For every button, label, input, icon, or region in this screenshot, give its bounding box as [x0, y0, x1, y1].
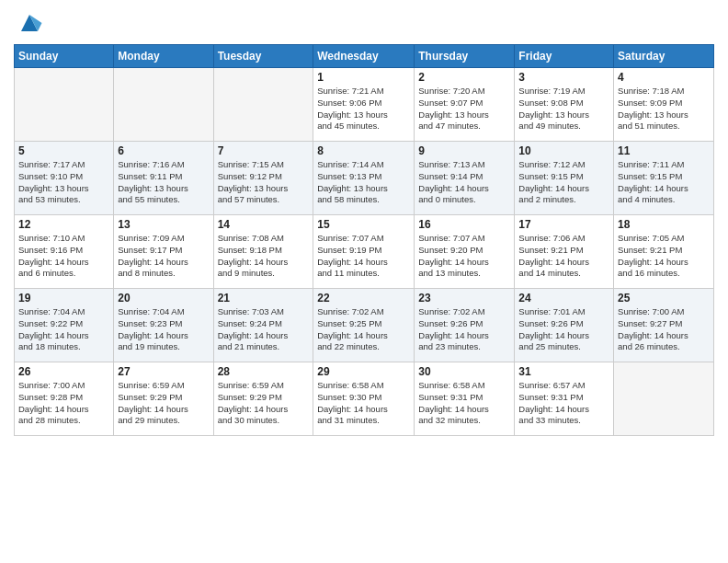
- day-number: 21: [218, 292, 310, 304]
- col-header-saturday: Saturday: [614, 45, 714, 68]
- day-info: Sunrise: 7:01 AM Sunset: 9:26 PM Dayligh…: [518, 306, 609, 353]
- calendar-cell: 23Sunrise: 7:02 AM Sunset: 9:26 PM Dayli…: [415, 289, 515, 362]
- day-number: 8: [317, 144, 410, 157]
- calendar-cell: 12Sunrise: 7:10 AM Sunset: 9:16 PM Dayli…: [15, 215, 114, 289]
- day-info: Sunrise: 7:10 AM Sunset: 9:16 PM Dayligh…: [18, 233, 109, 280]
- day-info: Sunrise: 6:59 AM Sunset: 9:29 PM Dayligh…: [118, 380, 209, 427]
- day-info: Sunrise: 7:02 AM Sunset: 9:25 PM Dayligh…: [317, 306, 410, 353]
- day-number: 7: [218, 144, 310, 157]
- calendar-cell: 19Sunrise: 7:04 AM Sunset: 9:22 PM Dayli…: [15, 289, 114, 362]
- col-header-tuesday: Tuesday: [213, 45, 313, 68]
- calendar-cell: 31Sunrise: 6:57 AM Sunset: 9:31 PM Dayli…: [515, 362, 614, 436]
- calendar-cell: [614, 362, 714, 436]
- calendar-header-row: SundayMondayTuesdayWednesdayThursdayFrid…: [15, 45, 714, 68]
- col-header-wednesday: Wednesday: [313, 45, 415, 68]
- calendar-cell: 17Sunrise: 7:06 AM Sunset: 9:21 PM Dayli…: [515, 215, 614, 289]
- day-info: Sunrise: 7:06 AM Sunset: 9:21 PM Dayligh…: [518, 233, 609, 280]
- col-header-thursday: Thursday: [415, 45, 515, 68]
- day-info: Sunrise: 7:05 AM Sunset: 9:21 PM Dayligh…: [618, 233, 710, 280]
- day-number: 23: [418, 292, 510, 304]
- day-info: Sunrise: 7:13 AM Sunset: 9:14 PM Dayligh…: [418, 159, 510, 206]
- calendar-cell: [213, 68, 313, 142]
- calendar-cell: 11Sunrise: 7:11 AM Sunset: 9:15 PM Dayli…: [614, 142, 714, 215]
- day-number: 10: [518, 144, 609, 157]
- day-info: Sunrise: 7:00 AM Sunset: 9:28 PM Dayligh…: [18, 380, 109, 427]
- logo-icon: [16, 9, 43, 37]
- calendar-cell: 10Sunrise: 7:12 AM Sunset: 9:15 PM Dayli…: [515, 142, 614, 215]
- day-number: 3: [518, 71, 609, 84]
- calendar-cell: 15Sunrise: 7:07 AM Sunset: 9:19 PM Dayli…: [313, 215, 415, 289]
- calendar-cell: 14Sunrise: 7:08 AM Sunset: 9:18 PM Dayli…: [213, 215, 313, 289]
- calendar-cell: 20Sunrise: 7:04 AM Sunset: 9:23 PM Dayli…: [114, 289, 213, 362]
- day-number: 29: [317, 365, 410, 378]
- day-info: Sunrise: 7:20 AM Sunset: 9:07 PM Dayligh…: [418, 86, 510, 132]
- day-number: 20: [118, 292, 209, 304]
- day-number: 28: [218, 365, 310, 378]
- day-number: 18: [618, 218, 710, 231]
- calendar-cell: 1Sunrise: 7:21 AM Sunset: 9:06 PM Daylig…: [313, 68, 415, 142]
- day-number: 6: [118, 144, 209, 157]
- calendar-cell: 27Sunrise: 6:59 AM Sunset: 9:29 PM Dayli…: [114, 362, 213, 436]
- calendar-cell: 6Sunrise: 7:16 AM Sunset: 9:11 PM Daylig…: [114, 142, 213, 215]
- day-number: 9: [418, 144, 510, 157]
- day-info: Sunrise: 7:14 AM Sunset: 9:13 PM Dayligh…: [317, 159, 410, 206]
- day-number: 4: [618, 71, 710, 84]
- day-number: 2: [418, 71, 510, 84]
- day-info: Sunrise: 7:09 AM Sunset: 9:17 PM Dayligh…: [118, 233, 209, 280]
- day-info: Sunrise: 7:18 AM Sunset: 9:09 PM Dayligh…: [618, 86, 710, 132]
- calendar-week-row: 19Sunrise: 7:04 AM Sunset: 9:22 PM Dayli…: [15, 289, 714, 362]
- day-number: 31: [518, 365, 609, 378]
- calendar-week-row: 5Sunrise: 7:17 AM Sunset: 9:10 PM Daylig…: [15, 142, 714, 215]
- day-number: 15: [317, 218, 410, 231]
- day-info: Sunrise: 6:58 AM Sunset: 9:31 PM Dayligh…: [418, 380, 510, 427]
- day-info: Sunrise: 7:16 AM Sunset: 9:11 PM Dayligh…: [118, 159, 209, 206]
- calendar-cell: [114, 68, 213, 142]
- calendar-table: SundayMondayTuesdayWednesdayThursdayFrid…: [14, 44, 714, 436]
- day-info: Sunrise: 7:04 AM Sunset: 9:22 PM Dayligh…: [18, 306, 109, 353]
- calendar-cell: 13Sunrise: 7:09 AM Sunset: 9:17 PM Dayli…: [114, 215, 213, 289]
- calendar-cell: 22Sunrise: 7:02 AM Sunset: 9:25 PM Dayli…: [313, 289, 415, 362]
- day-number: 13: [118, 218, 209, 231]
- day-number: 11: [618, 144, 710, 157]
- day-number: 24: [518, 292, 609, 304]
- day-info: Sunrise: 7:07 AM Sunset: 9:20 PM Dayligh…: [418, 233, 510, 280]
- day-number: 14: [218, 218, 310, 231]
- day-number: 12: [18, 218, 109, 231]
- day-info: Sunrise: 7:07 AM Sunset: 9:19 PM Dayligh…: [317, 233, 410, 280]
- day-info: Sunrise: 6:57 AM Sunset: 9:31 PM Dayligh…: [518, 380, 609, 427]
- calendar-cell: 16Sunrise: 7:07 AM Sunset: 9:20 PM Dayli…: [415, 215, 515, 289]
- calendar-cell: 26Sunrise: 7:00 AM Sunset: 9:28 PM Dayli…: [15, 362, 114, 436]
- calendar-week-row: 26Sunrise: 7:00 AM Sunset: 9:28 PM Dayli…: [15, 362, 714, 436]
- day-info: Sunrise: 7:03 AM Sunset: 9:24 PM Dayligh…: [218, 306, 310, 353]
- day-number: 5: [18, 144, 109, 157]
- calendar-cell: 29Sunrise: 6:58 AM Sunset: 9:30 PM Dayli…: [313, 362, 415, 436]
- calendar-cell: 3Sunrise: 7:19 AM Sunset: 9:08 PM Daylig…: [515, 68, 614, 142]
- day-info: Sunrise: 7:19 AM Sunset: 9:08 PM Dayligh…: [518, 86, 609, 132]
- day-number: 26: [18, 365, 109, 378]
- day-info: Sunrise: 7:00 AM Sunset: 9:27 PM Dayligh…: [618, 306, 710, 353]
- col-header-sunday: Sunday: [15, 45, 114, 68]
- calendar-cell: 30Sunrise: 6:58 AM Sunset: 9:31 PM Dayli…: [415, 362, 515, 436]
- calendar-week-row: 1Sunrise: 7:21 AM Sunset: 9:06 PM Daylig…: [15, 68, 714, 142]
- calendar-week-row: 12Sunrise: 7:10 AM Sunset: 9:16 PM Dayli…: [15, 215, 714, 289]
- day-info: Sunrise: 6:58 AM Sunset: 9:30 PM Dayligh…: [317, 380, 410, 427]
- day-info: Sunrise: 7:17 AM Sunset: 9:10 PM Dayligh…: [18, 159, 109, 206]
- col-header-friday: Friday: [515, 45, 614, 68]
- day-number: 17: [518, 218, 609, 231]
- calendar-cell: 24Sunrise: 7:01 AM Sunset: 9:26 PM Dayli…: [515, 289, 614, 362]
- day-number: 1: [317, 71, 410, 84]
- calendar-cell: 7Sunrise: 7:15 AM Sunset: 9:12 PM Daylig…: [213, 142, 313, 215]
- logo: [14, 9, 43, 37]
- calendar-cell: 18Sunrise: 7:05 AM Sunset: 9:21 PM Dayli…: [614, 215, 714, 289]
- day-number: 30: [418, 365, 510, 378]
- day-info: Sunrise: 7:08 AM Sunset: 9:18 PM Dayligh…: [218, 233, 310, 280]
- day-info: Sunrise: 7:02 AM Sunset: 9:26 PM Dayligh…: [418, 306, 510, 353]
- day-info: Sunrise: 7:11 AM Sunset: 9:15 PM Dayligh…: [618, 159, 710, 206]
- calendar-cell: 4Sunrise: 7:18 AM Sunset: 9:09 PM Daylig…: [614, 68, 714, 142]
- calendar-body: 1Sunrise: 7:21 AM Sunset: 9:06 PM Daylig…: [15, 68, 714, 436]
- day-number: 27: [118, 365, 209, 378]
- col-header-monday: Monday: [114, 45, 213, 68]
- header: [14, 9, 714, 37]
- calendar-cell: 5Sunrise: 7:17 AM Sunset: 9:10 PM Daylig…: [15, 142, 114, 215]
- calendar-cell: 25Sunrise: 7:00 AM Sunset: 9:27 PM Dayli…: [614, 289, 714, 362]
